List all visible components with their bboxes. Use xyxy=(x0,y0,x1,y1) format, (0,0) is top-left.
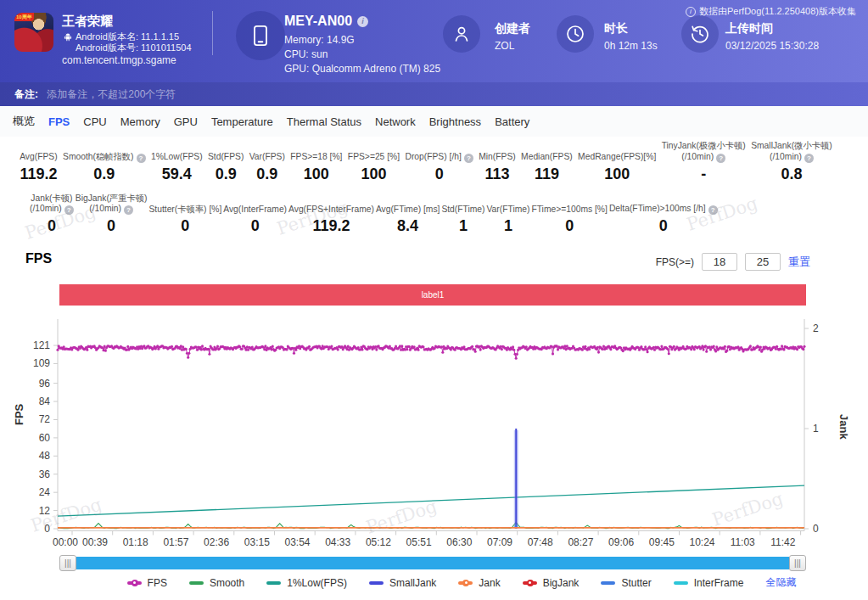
series-FPS-marker xyxy=(207,348,210,350)
series-FPS-marker xyxy=(759,349,761,351)
stat-value: 100 xyxy=(290,165,342,183)
stat-item: Median(FPS)119 xyxy=(518,152,575,183)
stat-label: Var(FTime) xyxy=(487,205,530,216)
series-FPS-marker xyxy=(247,349,249,351)
device-memory: Memory: 14.9G xyxy=(284,34,355,46)
series-FPS-marker xyxy=(474,350,477,353)
tab-battery[interactable]: Battery xyxy=(488,115,536,128)
help-icon[interactable]: ? xyxy=(464,154,473,163)
stat-value: 0.8 xyxy=(751,165,832,183)
duration-label: 时长 xyxy=(604,21,628,36)
legend-swatch xyxy=(674,581,688,585)
legend-item-smooth[interactable]: Smooth xyxy=(189,577,244,589)
series-FPS-marker xyxy=(725,350,728,352)
tab-gpu[interactable]: GPU xyxy=(167,115,204,128)
y-axis-label: 48 xyxy=(39,450,51,462)
stat-value: 1 xyxy=(487,217,530,235)
stat-item: Avg(FPS)119.2 xyxy=(17,152,60,183)
series-FPS-marker xyxy=(395,345,397,347)
stat-item: Drop(FPS) [/h]?0 xyxy=(402,152,476,183)
series-FPS-marker xyxy=(216,345,219,348)
legend-item-1-low-fps-[interactable]: 1%Low(FPS) xyxy=(266,577,347,589)
remark-bar[interactable]: 备注: 添加备注，不超过200个字符 xyxy=(0,82,868,106)
y-axis-title-left: FPS xyxy=(13,403,25,425)
device-cpu: CPU: sun xyxy=(284,48,328,60)
x-axis-label: 00:00 xyxy=(53,536,78,548)
stat-label: Avg(FPS+InterFrame) xyxy=(288,205,374,216)
legend-swatch xyxy=(127,581,142,585)
y-axis-label: 12 xyxy=(39,505,51,517)
stat-label: Drop(FPS) [/h]? xyxy=(405,152,473,163)
stat-label: Median(FPS) xyxy=(521,152,573,163)
duration-value: 0h 12m 13s xyxy=(604,40,658,52)
legend-item-jank[interactable]: Jank xyxy=(458,577,500,589)
chart-scrollbar[interactable]: ||| ||| xyxy=(59,555,806,571)
series-FPS-marker xyxy=(450,348,452,350)
scrollbar-left-handle[interactable]: ||| xyxy=(59,555,76,571)
collect-note: i 数据由PerfDog(11.2.250408)版本收集 xyxy=(686,5,856,18)
series-FPS-marker xyxy=(776,345,778,348)
series-FPS-marker xyxy=(56,349,59,351)
legend-item-interframe[interactable]: InterFrame xyxy=(674,577,744,589)
legend-item-smalljank[interactable]: SmallJank xyxy=(369,577,436,589)
series-FPS-marker xyxy=(422,345,424,348)
tab-thermal-status[interactable]: Thermal Status xyxy=(280,115,368,128)
y-axis-label: 72 xyxy=(39,413,51,425)
fps-threshold-low-input[interactable] xyxy=(702,253,737,271)
legend-swatch xyxy=(601,581,615,585)
series-FPS-marker xyxy=(515,357,518,360)
legend-item-stutter[interactable]: Stutter xyxy=(601,577,651,589)
android-version-block: Android版本名: 11.1.1.15 Android版本号: 110101… xyxy=(64,31,192,53)
tab-概览[interactable]: 概览 xyxy=(6,114,42,129)
scrollbar-right-handle[interactable]: ||| xyxy=(789,555,806,571)
series-FPS-marker xyxy=(264,345,266,347)
series-FPS-marker xyxy=(361,348,363,350)
reset-link[interactable]: 重置 xyxy=(788,255,810,270)
stat-value: 119 xyxy=(521,165,573,183)
legend-item-bigjank[interactable]: BigJank xyxy=(523,577,580,589)
device-gpu: GPU: Qualcomm Adreno (TM) 825 xyxy=(284,63,440,75)
fps-threshold-high-input[interactable] xyxy=(745,253,781,271)
stat-value: 8.4 xyxy=(376,217,440,235)
y-axis-label: 24 xyxy=(39,486,51,498)
help-icon[interactable]: ? xyxy=(124,205,133,215)
help-icon[interactable]: ? xyxy=(708,205,718,215)
help-icon[interactable]: ? xyxy=(137,154,146,163)
y-axis-right-label: 0 xyxy=(813,523,819,535)
series-FPS-marker xyxy=(597,351,600,354)
info-icon[interactable]: i xyxy=(357,16,368,27)
tab-memory[interactable]: Memory xyxy=(114,115,167,128)
stat-value: 0 xyxy=(30,217,74,235)
stat-label: SmallJank(微小卡顿)(/10min)? xyxy=(751,141,832,163)
legend-item-fps[interactable]: FPS xyxy=(127,577,167,589)
scrollbar-track[interactable] xyxy=(76,557,789,569)
stat-item: FPS>=25 [%]100 xyxy=(345,152,403,183)
tab-fps[interactable]: FPS xyxy=(42,115,76,128)
tab-temperature[interactable]: Temperature xyxy=(204,115,280,128)
series-FPS-marker xyxy=(584,345,586,348)
fps-threshold-label: FPS(>=) xyxy=(656,256,694,268)
fps-threshold-controls: FPS(>=) 重置 xyxy=(656,253,810,271)
hide-all-link[interactable]: 全隐藏 xyxy=(765,575,796,590)
series-FPS-marker xyxy=(251,346,254,349)
series-FPS-marker xyxy=(104,350,107,352)
help-icon[interactable]: ? xyxy=(64,205,74,215)
phone-icon xyxy=(236,11,285,60)
tab-network[interactable]: Network xyxy=(368,115,423,128)
fps-chart[interactable]: 01224364860728496109121012FPSJank00:0000… xyxy=(0,312,868,552)
legend-swatch xyxy=(266,581,281,585)
series-FPS-marker xyxy=(647,350,649,353)
help-icon[interactable]: ? xyxy=(716,154,725,163)
stat-value: 0.9 xyxy=(249,165,285,183)
series-FPS-marker xyxy=(337,348,339,350)
help-icon[interactable]: ? xyxy=(804,154,814,163)
y-axis-title-right: Jank xyxy=(837,414,850,440)
stat-value: 119.2 xyxy=(288,217,374,235)
duration-icon xyxy=(557,15,594,53)
y-axis-label: 36 xyxy=(39,468,51,480)
legend-label: InterFrame xyxy=(694,577,744,589)
tab-brightness[interactable]: Brightness xyxy=(423,115,488,128)
series-FPS-marker xyxy=(782,348,785,350)
y-axis-right-label: 1 xyxy=(813,423,819,435)
tab-cpu[interactable]: CPU xyxy=(76,115,113,128)
